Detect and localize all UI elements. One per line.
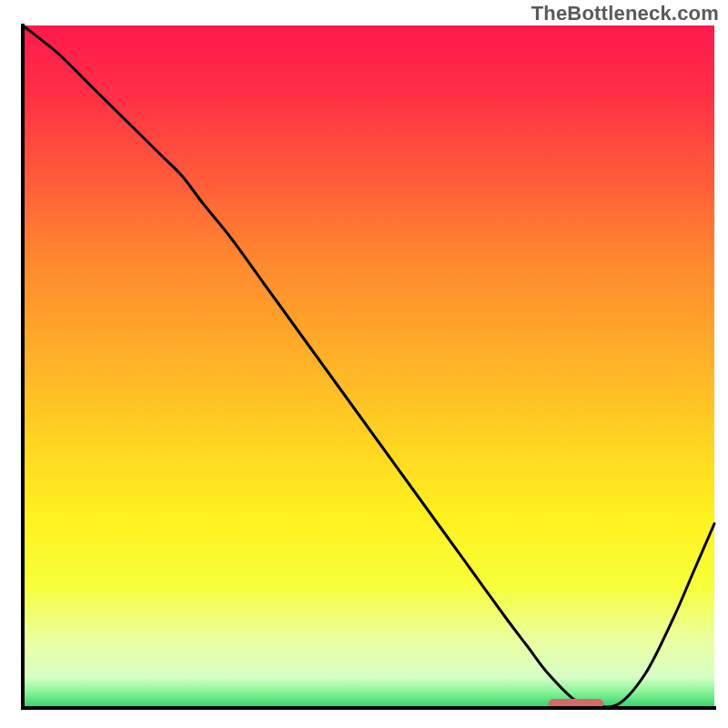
watermark: TheBottleneck.com [531,2,719,25]
chart-container: TheBottleneck.com [0,0,728,728]
chart-svg [0,0,728,728]
plot-background [23,25,714,708]
